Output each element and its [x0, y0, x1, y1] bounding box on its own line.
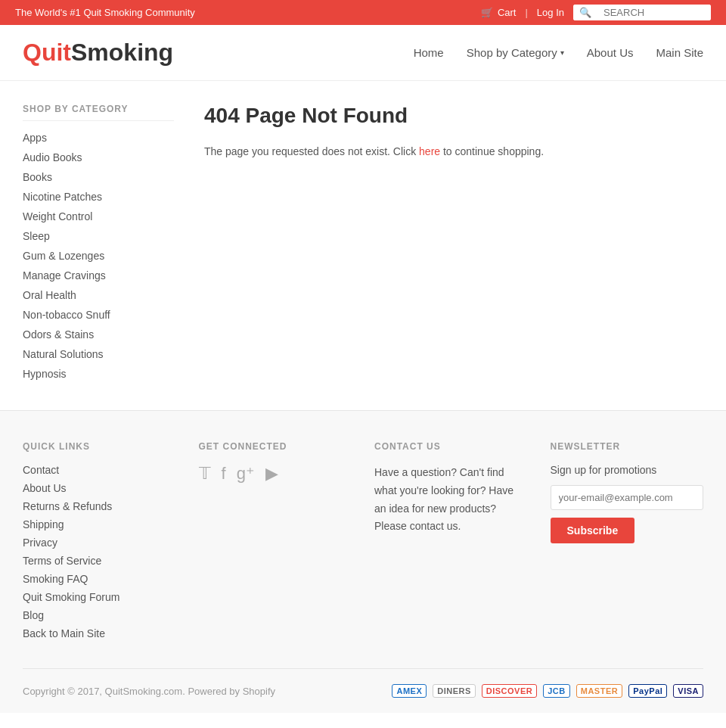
list-item: Back to Main Site [23, 627, 176, 639]
footer: Quick Links Contact About Us Returns & R… [0, 410, 726, 713]
main-nav: Home Shop by Category ▾ About Us Main Si… [414, 46, 703, 59]
chevron-down-icon: ▾ [560, 48, 564, 57]
discover-icon: DISCOVER [482, 684, 537, 698]
youtube-icon[interactable]: ▶ [265, 464, 278, 484]
contact-text: Have a question? Can't find what you're … [374, 464, 528, 536]
logo-smoking: Smoking [71, 39, 173, 66]
list-item: Manage Cravings [23, 269, 174, 282]
page-message: The page you requested does not exist. C… [204, 143, 703, 160]
cart-link[interactable]: 🛒 Cart [481, 7, 516, 18]
footer-link-faq[interactable]: Smoking FAQ [23, 573, 88, 585]
list-item: Odors & Stains [23, 328, 174, 341]
sidebar-item-sleep[interactable]: Sleep [23, 230, 50, 242]
sidebar-nav: Apps Audio Books Books Nicotine Patches … [23, 132, 174, 380]
list-item: Blog [23, 609, 176, 621]
footer-link-about[interactable]: About Us [23, 482, 67, 494]
top-bar: The World's #1 Quit Smoking Community 🛒 … [0, 0, 726, 25]
footer-grid: Quick Links Contact About Us Returns & R… [23, 441, 703, 646]
twitter-icon[interactable]: 𝕋 [199, 464, 211, 484]
tagline: The World's #1 Quit Smoking Community [15, 7, 195, 18]
paypal-icon: PayPal [628, 684, 667, 698]
footer-link-blog[interactable]: Blog [23, 609, 44, 621]
footer-link-shipping[interactable]: Shipping [23, 518, 64, 530]
nav-home[interactable]: Home [414, 46, 444, 59]
divider: | [525, 7, 527, 18]
footer-bottom: Copyright © 2017, QuitSmoking.com. Power… [23, 668, 703, 698]
sidebar-item-hypnosis[interactable]: Hypnosis [23, 368, 67, 380]
social-icons: 𝕋 f g⁺ ▶ [199, 464, 352, 484]
cart-label: Cart [498, 7, 517, 18]
sidebar-item-books[interactable]: Books [23, 171, 52, 183]
sidebar-item-apps[interactable]: Apps [23, 132, 47, 144]
list-item: Hypnosis [23, 368, 174, 380]
newsletter-section: Newsletter Sign up for promotions Subscr… [551, 441, 704, 646]
logo[interactable]: QuitSmoking [23, 39, 173, 67]
search-input[interactable] [597, 5, 711, 20]
search-form: 🔍 [573, 5, 711, 20]
list-item: Natural Solutions [23, 348, 174, 360]
googleplus-icon[interactable]: g⁺ [237, 464, 255, 484]
page-content: 404 Page Not Found The page you requeste… [204, 104, 703, 387]
list-item: Apps [23, 132, 174, 144]
sidebar-item-nicotine-patches[interactable]: Nicotine Patches [23, 191, 102, 203]
mastercard-icon: MASTER [576, 684, 622, 698]
list-item: Books [23, 171, 174, 183]
diners-icon: DINERS [433, 684, 476, 698]
list-item: Quit Smoking Forum [23, 591, 176, 603]
list-item: Terms of Service [23, 555, 176, 567]
list-item: Oral Health [23, 289, 174, 301]
sidebar-item-natural-solutions[interactable]: Natural Solutions [23, 348, 104, 360]
login-link[interactable]: Log In [537, 7, 564, 18]
footer-link-contact[interactable]: Contact [23, 464, 59, 476]
quick-links-section: Quick Links Contact About Us Returns & R… [23, 441, 176, 646]
facebook-icon[interactable]: f [222, 464, 226, 484]
connected-section: Get Connected 𝕋 f g⁺ ▶ [199, 441, 352, 646]
sidebar-item-gum-lozenges[interactable]: Gum & Lozenges [23, 250, 104, 262]
footer-link-returns[interactable]: Returns & Refunds [23, 500, 112, 512]
newsletter-email-input[interactable] [551, 485, 704, 510]
contact-section: Contact Us Have a question? Can't find w… [374, 441, 528, 646]
sidebar-item-manage-cravings[interactable]: Manage Cravings [23, 269, 106, 282]
nav-shop-category[interactable]: Shop by Category ▾ [467, 46, 564, 59]
list-item: Returns & Refunds [23, 500, 176, 512]
page-title: 404 Page Not Found [204, 104, 703, 128]
contact-title: Contact Us [374, 441, 528, 452]
list-item: Nicotine Patches [23, 191, 174, 203]
amex-icon: AMEX [392, 684, 427, 698]
footer-link-privacy[interactable]: Privacy [23, 537, 57, 549]
main-content: Shop by Category Apps Audio Books Books … [0, 81, 726, 410]
search-button[interactable]: 🔍 [573, 5, 597, 20]
list-item: Shipping [23, 518, 176, 530]
footer-link-main-site[interactable]: Back to Main Site [23, 627, 105, 639]
sidebar-item-non-tobacco-snuff[interactable]: Non-tobacco Snuff [23, 309, 110, 321]
sidebar-item-odors-stains[interactable]: Odors & Stains [23, 328, 94, 341]
newsletter-title: Newsletter [551, 441, 704, 452]
list-item: Smoking FAQ [23, 573, 176, 585]
quick-links-list: Contact About Us Returns & Refunds Shipp… [23, 464, 176, 639]
visa-icon: VISA [673, 684, 703, 698]
top-bar-right: 🛒 Cart | Log In 🔍 [481, 5, 711, 20]
cart-icon: 🛒 [481, 7, 493, 18]
footer-link-tos[interactable]: Terms of Service [23, 555, 101, 567]
sidebar-item-oral-health[interactable]: Oral Health [23, 289, 76, 301]
list-item: Gum & Lozenges [23, 250, 174, 262]
here-link[interactable]: here [419, 145, 440, 157]
sidebar-item-weight-control[interactable]: Weight Control [23, 210, 92, 222]
nav-main-site[interactable]: Main Site [656, 46, 703, 59]
message-before: The page you requested does not exist. C… [204, 145, 419, 157]
sidebar-item-audio-books[interactable]: Audio Books [23, 151, 82, 163]
logo-quit: Quit [23, 39, 71, 66]
subscribe-button[interactable]: Subscribe [551, 518, 635, 543]
header: QuitSmoking Home Shop by Category ▾ Abou… [0, 25, 726, 81]
nav-about[interactable]: About Us [587, 46, 634, 59]
copyright: Copyright © 2017, QuitSmoking.com. Power… [23, 686, 275, 697]
sidebar-title: Shop by Category [23, 104, 174, 121]
list-item: About Us [23, 482, 176, 494]
list-item: Non-tobacco Snuff [23, 309, 174, 321]
footer-link-forum[interactable]: Quit Smoking Forum [23, 591, 119, 603]
payment-icons: AMEX DINERS DISCOVER JCB MASTER PayPal V… [392, 684, 703, 698]
login-label: Log In [537, 7, 564, 18]
nav-shop-category-label: Shop by Category [467, 46, 557, 59]
sidebar: Shop by Category Apps Audio Books Books … [23, 104, 174, 387]
list-item: Weight Control [23, 210, 174, 222]
